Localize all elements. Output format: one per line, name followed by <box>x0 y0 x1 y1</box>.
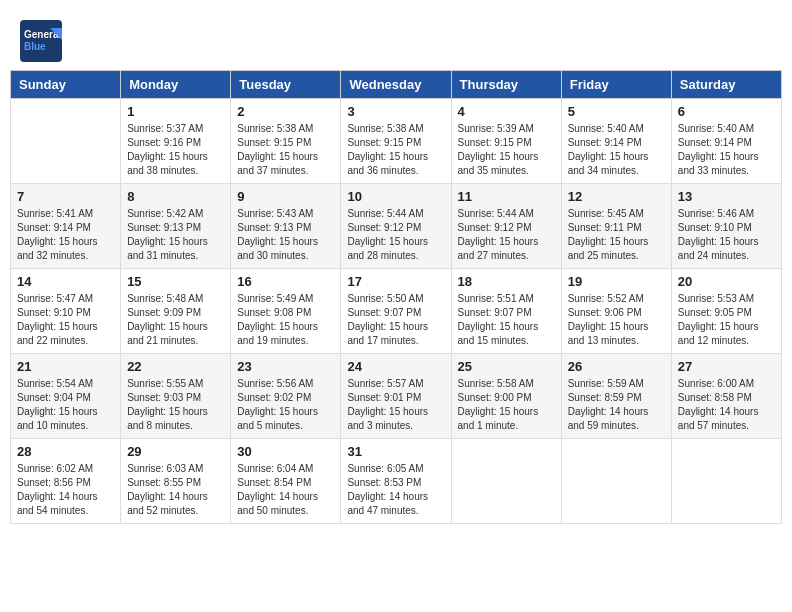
calendar-cell: 8Sunrise: 5:42 AM Sunset: 9:13 PM Daylig… <box>121 184 231 269</box>
calendar-cell: 25Sunrise: 5:58 AM Sunset: 9:00 PM Dayli… <box>451 354 561 439</box>
day-number: 10 <box>347 189 444 204</box>
calendar-cell: 23Sunrise: 5:56 AM Sunset: 9:02 PM Dayli… <box>231 354 341 439</box>
calendar-cell: 27Sunrise: 6:00 AM Sunset: 8:58 PM Dayli… <box>671 354 781 439</box>
day-number: 16 <box>237 274 334 289</box>
day-number: 5 <box>568 104 665 119</box>
page-header: General Blue <box>10 10 782 65</box>
column-header-sunday: Sunday <box>11 71 121 99</box>
day-number: 22 <box>127 359 224 374</box>
day-number: 9 <box>237 189 334 204</box>
calendar-cell: 11Sunrise: 5:44 AM Sunset: 9:12 PM Dayli… <box>451 184 561 269</box>
column-header-thursday: Thursday <box>451 71 561 99</box>
calendar-week-row: 28Sunrise: 6:02 AM Sunset: 8:56 PM Dayli… <box>11 439 782 524</box>
cell-content: Sunrise: 5:54 AM Sunset: 9:04 PM Dayligh… <box>17 377 114 433</box>
cell-content: Sunrise: 5:56 AM Sunset: 9:02 PM Dayligh… <box>237 377 334 433</box>
day-number: 27 <box>678 359 775 374</box>
calendar-week-row: 21Sunrise: 5:54 AM Sunset: 9:04 PM Dayli… <box>11 354 782 439</box>
calendar-cell: 26Sunrise: 5:59 AM Sunset: 8:59 PM Dayli… <box>561 354 671 439</box>
calendar-cell: 14Sunrise: 5:47 AM Sunset: 9:10 PM Dayli… <box>11 269 121 354</box>
calendar-cell: 10Sunrise: 5:44 AM Sunset: 9:12 PM Dayli… <box>341 184 451 269</box>
column-header-saturday: Saturday <box>671 71 781 99</box>
calendar-cell: 1Sunrise: 5:37 AM Sunset: 9:16 PM Daylig… <box>121 99 231 184</box>
calendar-cell: 29Sunrise: 6:03 AM Sunset: 8:55 PM Dayli… <box>121 439 231 524</box>
column-header-monday: Monday <box>121 71 231 99</box>
day-number: 14 <box>17 274 114 289</box>
cell-content: Sunrise: 6:02 AM Sunset: 8:56 PM Dayligh… <box>17 462 114 518</box>
cell-content: Sunrise: 5:38 AM Sunset: 9:15 PM Dayligh… <box>347 122 444 178</box>
cell-content: Sunrise: 5:58 AM Sunset: 9:00 PM Dayligh… <box>458 377 555 433</box>
calendar-header-row: SundayMondayTuesdayWednesdayThursdayFrid… <box>11 71 782 99</box>
calendar-cell: 20Sunrise: 5:53 AM Sunset: 9:05 PM Dayli… <box>671 269 781 354</box>
calendar-cell: 21Sunrise: 5:54 AM Sunset: 9:04 PM Dayli… <box>11 354 121 439</box>
calendar-table: SundayMondayTuesdayWednesdayThursdayFrid… <box>10 70 782 524</box>
day-number: 15 <box>127 274 224 289</box>
day-number: 8 <box>127 189 224 204</box>
cell-content: Sunrise: 5:59 AM Sunset: 8:59 PM Dayligh… <box>568 377 665 433</box>
day-number: 12 <box>568 189 665 204</box>
day-number: 1 <box>127 104 224 119</box>
column-header-tuesday: Tuesday <box>231 71 341 99</box>
day-number: 2 <box>237 104 334 119</box>
calendar-cell <box>671 439 781 524</box>
calendar-cell <box>451 439 561 524</box>
calendar-cell: 5Sunrise: 5:40 AM Sunset: 9:14 PM Daylig… <box>561 99 671 184</box>
cell-content: Sunrise: 5:44 AM Sunset: 9:12 PM Dayligh… <box>458 207 555 263</box>
cell-content: Sunrise: 5:47 AM Sunset: 9:10 PM Dayligh… <box>17 292 114 348</box>
calendar-cell: 22Sunrise: 5:55 AM Sunset: 9:03 PM Dayli… <box>121 354 231 439</box>
cell-content: Sunrise: 5:51 AM Sunset: 9:07 PM Dayligh… <box>458 292 555 348</box>
cell-content: Sunrise: 5:50 AM Sunset: 9:07 PM Dayligh… <box>347 292 444 348</box>
cell-content: Sunrise: 5:37 AM Sunset: 9:16 PM Dayligh… <box>127 122 224 178</box>
day-number: 29 <box>127 444 224 459</box>
day-number: 11 <box>458 189 555 204</box>
calendar-cell: 12Sunrise: 5:45 AM Sunset: 9:11 PM Dayli… <box>561 184 671 269</box>
day-number: 31 <box>347 444 444 459</box>
calendar-cell: 7Sunrise: 5:41 AM Sunset: 9:14 PM Daylig… <box>11 184 121 269</box>
cell-content: Sunrise: 5:40 AM Sunset: 9:14 PM Dayligh… <box>568 122 665 178</box>
day-number: 28 <box>17 444 114 459</box>
calendar-cell: 16Sunrise: 5:49 AM Sunset: 9:08 PM Dayli… <box>231 269 341 354</box>
calendar-cell: 6Sunrise: 5:40 AM Sunset: 9:14 PM Daylig… <box>671 99 781 184</box>
calendar-cell <box>561 439 671 524</box>
column-header-wednesday: Wednesday <box>341 71 451 99</box>
day-number: 17 <box>347 274 444 289</box>
cell-content: Sunrise: 5:43 AM Sunset: 9:13 PM Dayligh… <box>237 207 334 263</box>
day-number: 18 <box>458 274 555 289</box>
day-number: 23 <box>237 359 334 374</box>
cell-content: Sunrise: 5:52 AM Sunset: 9:06 PM Dayligh… <box>568 292 665 348</box>
day-number: 13 <box>678 189 775 204</box>
day-number: 4 <box>458 104 555 119</box>
calendar-cell: 30Sunrise: 6:04 AM Sunset: 8:54 PM Dayli… <box>231 439 341 524</box>
cell-content: Sunrise: 5:40 AM Sunset: 9:14 PM Dayligh… <box>678 122 775 178</box>
day-number: 25 <box>458 359 555 374</box>
cell-content: Sunrise: 6:05 AM Sunset: 8:53 PM Dayligh… <box>347 462 444 518</box>
cell-content: Sunrise: 5:48 AM Sunset: 9:09 PM Dayligh… <box>127 292 224 348</box>
calendar-cell: 15Sunrise: 5:48 AM Sunset: 9:09 PM Dayli… <box>121 269 231 354</box>
cell-content: Sunrise: 5:49 AM Sunset: 9:08 PM Dayligh… <box>237 292 334 348</box>
calendar-cell: 28Sunrise: 6:02 AM Sunset: 8:56 PM Dayli… <box>11 439 121 524</box>
cell-content: Sunrise: 5:42 AM Sunset: 9:13 PM Dayligh… <box>127 207 224 263</box>
calendar-cell: 19Sunrise: 5:52 AM Sunset: 9:06 PM Dayli… <box>561 269 671 354</box>
day-number: 7 <box>17 189 114 204</box>
svg-text:Blue: Blue <box>24 41 46 52</box>
calendar-week-row: 14Sunrise: 5:47 AM Sunset: 9:10 PM Dayli… <box>11 269 782 354</box>
calendar-cell: 2Sunrise: 5:38 AM Sunset: 9:15 PM Daylig… <box>231 99 341 184</box>
calendar-cell: 31Sunrise: 6:05 AM Sunset: 8:53 PM Dayli… <box>341 439 451 524</box>
day-number: 20 <box>678 274 775 289</box>
calendar-cell: 18Sunrise: 5:51 AM Sunset: 9:07 PM Dayli… <box>451 269 561 354</box>
cell-content: Sunrise: 6:04 AM Sunset: 8:54 PM Dayligh… <box>237 462 334 518</box>
calendar-cell: 4Sunrise: 5:39 AM Sunset: 9:15 PM Daylig… <box>451 99 561 184</box>
cell-content: Sunrise: 5:57 AM Sunset: 9:01 PM Dayligh… <box>347 377 444 433</box>
cell-content: Sunrise: 5:53 AM Sunset: 9:05 PM Dayligh… <box>678 292 775 348</box>
cell-content: Sunrise: 5:55 AM Sunset: 9:03 PM Dayligh… <box>127 377 224 433</box>
calendar-cell: 24Sunrise: 5:57 AM Sunset: 9:01 PM Dayli… <box>341 354 451 439</box>
column-header-friday: Friday <box>561 71 671 99</box>
day-number: 19 <box>568 274 665 289</box>
day-number: 21 <box>17 359 114 374</box>
day-number: 26 <box>568 359 665 374</box>
logo: General Blue <box>20 20 64 60</box>
cell-content: Sunrise: 5:39 AM Sunset: 9:15 PM Dayligh… <box>458 122 555 178</box>
day-number: 24 <box>347 359 444 374</box>
calendar-week-row: 1Sunrise: 5:37 AM Sunset: 9:16 PM Daylig… <box>11 99 782 184</box>
cell-content: Sunrise: 5:41 AM Sunset: 9:14 PM Dayligh… <box>17 207 114 263</box>
calendar-cell <box>11 99 121 184</box>
